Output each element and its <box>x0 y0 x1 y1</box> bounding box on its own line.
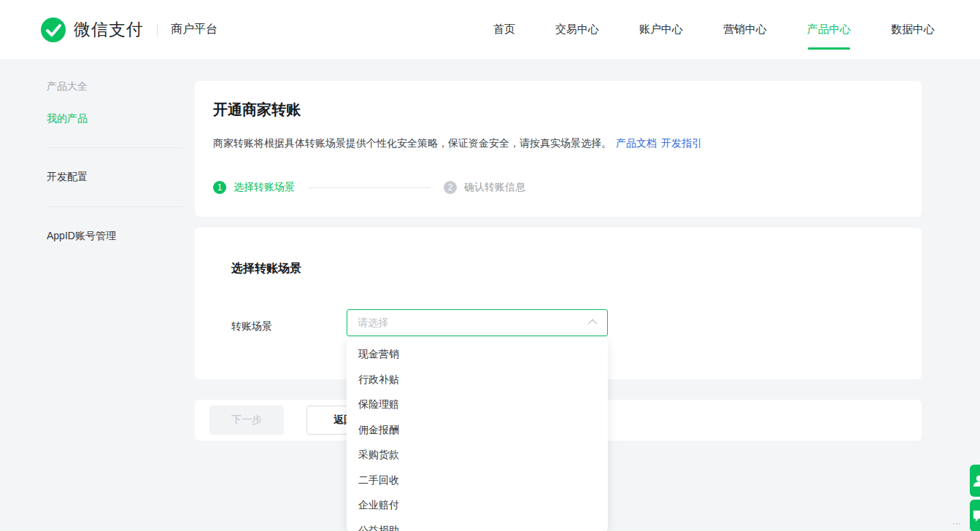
step-indicator: 1 选择转账场景 2 确认转账信息 <box>213 181 903 194</box>
dropdown-option-enterprise-compensation[interactable]: 企业赔付 <box>347 493 608 519</box>
sidebar-divider <box>47 206 182 207</box>
dropdown-option-clipped[interactable]: 公益捐助 <box>347 519 608 531</box>
step-1-label: 选择转账场景 <box>234 181 295 194</box>
nav-item-transaction-center[interactable]: 交易中心 <box>555 0 599 59</box>
nav-item-account-center[interactable]: 账户中心 <box>639 0 683 59</box>
brand-area[interactable]: 微信支付 商户平台 <box>40 0 217 59</box>
dev-guide-link[interactable]: 开发指引 <box>661 137 702 149</box>
logo-divider <box>157 23 158 36</box>
transfer-scene-field-label: 转账场景 <box>231 320 272 333</box>
dropdown-option-admin-subsidy[interactable]: 行政补贴 <box>347 368 608 393</box>
transfer-scene-select[interactable]: 请选择 <box>347 309 608 336</box>
dropdown-option-procurement[interactable]: 采购货款 <box>347 443 608 468</box>
next-step-button[interactable]: 下一步 <box>209 406 284 435</box>
dropdown-option-secondhand-recycle[interactable]: 二手回收 <box>347 468 608 494</box>
intro-description-text: 商家转账将根据具体转账场景提供个性化安全策略，保证资金安全，请按真实场景选择。 <box>213 137 611 149</box>
nav-item-home[interactable]: 首页 <box>493 0 515 59</box>
floating-feedback-button[interactable] <box>970 500 980 531</box>
page: 微信支付 商户平台 首页 交易中心 账户中心 营销中心 产品中心 数据中心 产品… <box>0 0 980 531</box>
top-header: 微信支付 商户平台 首页 交易中心 账户中心 营销中心 产品中心 数据中心 <box>0 0 980 59</box>
top-nav: 首页 交易中心 账户中心 营销中心 产品中心 数据中心 <box>493 0 935 59</box>
transfer-scene-dropdown: 现金营销 行政补贴 保险理赔 佣金报酬 采购货款 二手回收 企业赔付 公益捐助 <box>347 338 608 531</box>
nav-item-data-center[interactable]: 数据中心 <box>891 0 935 59</box>
floating-customer-service-button[interactable] <box>970 465 980 497</box>
sidebar-item-dev-config[interactable]: 开发配置 <box>47 171 182 184</box>
step-2-circle: 2 <box>444 181 457 194</box>
form-section-title: 选择转账场景 <box>231 261 301 276</box>
intro-description: 商家转账将根据具体转账场景提供个性化安全策略，保证资金安全，请按真实场景选择。产… <box>213 136 903 150</box>
page-title: 开通商家转账 <box>213 99 903 120</box>
customer-service-icon <box>972 473 980 488</box>
sidebar-item-appid-management[interactable]: AppID账号管理 <box>47 230 182 243</box>
logo-text: 微信支付 <box>74 18 144 41</box>
nav-item-marketing-center[interactable]: 营销中心 <box>723 0 767 59</box>
step-2-label: 确认转账信息 <box>464 181 525 194</box>
feedback-chat-icon <box>972 508 980 523</box>
step-connector-line <box>308 187 431 188</box>
overflow-ellipsis-text: ... <box>952 515 961 527</box>
dropdown-option-insurance-claim[interactable]: 保险理赔 <box>347 392 608 418</box>
nav-item-label: 产品中心 <box>807 23 851 36</box>
dropdown-option-commission[interactable]: 佣金报酬 <box>347 418 608 443</box>
active-nav-underline <box>808 47 850 50</box>
sidebar-divider <box>47 147 182 148</box>
dropdown-option-cash-marketing[interactable]: 现金营销 <box>347 342 608 368</box>
product-doc-link[interactable]: 产品文档 <box>616 137 657 149</box>
step-1-circle: 1 <box>213 181 226 194</box>
sidebar: 产品大全 我的产品 开发配置 AppID账号管理 <box>47 80 182 243</box>
intro-card: 开通商家转账 商家转账将根据具体转账场景提供个性化安全策略，保证资金安全，请按真… <box>195 81 922 217</box>
sidebar-item-product-catalog: 产品大全 <box>47 80 182 93</box>
platform-label: 商户平台 <box>171 22 217 37</box>
nav-item-product-center[interactable]: 产品中心 <box>807 0 851 59</box>
wechat-pay-logo-icon <box>40 17 66 43</box>
sidebar-item-my-products[interactable]: 我的产品 <box>47 112 182 125</box>
select-placeholder-text: 请选择 <box>358 317 590 330</box>
